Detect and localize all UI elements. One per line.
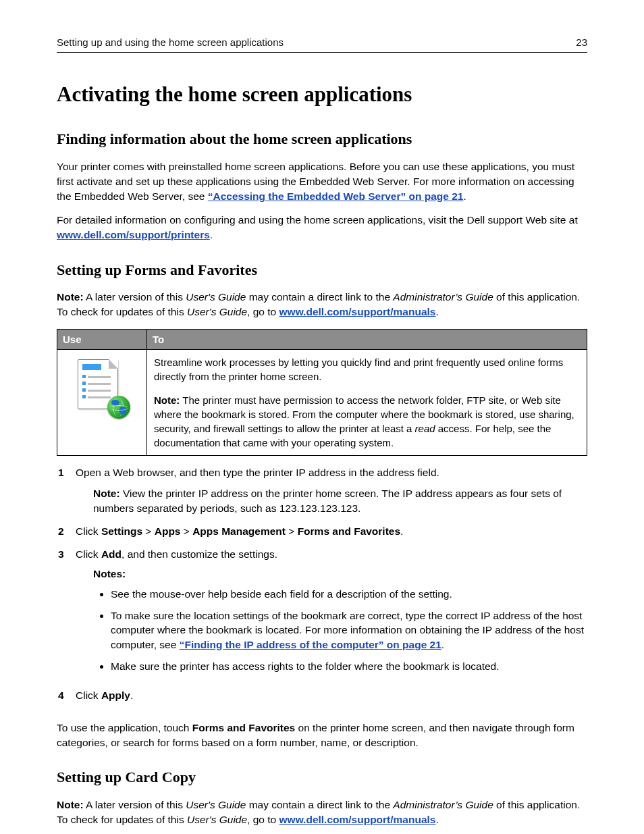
table-row: Streamline work processes by letting you… <box>57 349 587 455</box>
forms-globe-icon <box>78 359 126 415</box>
link-dell-support-manuals[interactable]: www.dell.com/support/manuals <box>279 814 436 825</box>
page-title: Activating the home screen applications <box>57 80 587 109</box>
step-1-note: Note: View the printer IP address on the… <box>93 486 587 515</box>
subheading-card-copy: Setting up Card Copy <box>57 767 587 788</box>
subheading-forms-favorites: Setting up Forms and Favorites <box>57 260 587 281</box>
forms-favorites-icon-cell <box>57 349 147 455</box>
header-rule <box>57 52 587 53</box>
step-3: Click Add, and then customize the settin… <box>57 547 587 689</box>
step-1: Open a Web browser, and then type the pr… <box>57 465 587 524</box>
subheading-finding-info: Finding information about the home scree… <box>57 129 587 150</box>
paragraph: Your printer comes with preinstalled hom… <box>57 159 587 203</box>
step-3-notes-list: See the mouse-over help beside each fiel… <box>111 587 587 673</box>
link-dell-support-printers[interactable]: www.dell.com/support/printers <box>57 229 210 240</box>
link-finding-ip[interactable]: “Finding the IP address of the computer”… <box>180 639 441 650</box>
setup-steps: Open a Web browser, and then type the pr… <box>57 465 587 711</box>
notes-label: Notes: <box>93 567 587 581</box>
page-number: 23 <box>576 35 587 49</box>
document-page: { "header": { "section_title": "Setting … <box>0 0 644 834</box>
step-4: Click Apply. <box>57 688 587 711</box>
running-header: Setting up and using the home screen app… <box>57 35 587 49</box>
paragraph: For detailed information on configuring … <box>57 213 587 242</box>
note-paragraph: Note: A later version of this User's Gui… <box>57 798 587 827</box>
table-header-use: Use <box>57 329 147 349</box>
section-path: Setting up and using the home screen app… <box>57 35 284 49</box>
list-item: To make sure the location settings of th… <box>111 608 587 652</box>
note-paragraph: Note: A later version of this User's Gui… <box>57 290 587 319</box>
paragraph: To use the application, touch Forms and … <box>57 721 587 750</box>
step-2: Click Settings > Apps > Apps Management … <box>57 524 587 547</box>
forms-favorites-description: Streamline work processes by letting you… <box>147 349 587 455</box>
forms-favorites-table: Use To <box>57 329 587 456</box>
list-item: See the mouse-over help beside each fiel… <box>111 587 587 602</box>
link-accessing-ews[interactable]: “Accessing the Embedded Web Server” on p… <box>208 190 464 202</box>
list-item: Make sure the printer has access rights … <box>111 659 587 674</box>
link-dell-support-manuals[interactable]: www.dell.com/support/manuals <box>279 306 436 317</box>
table-header-to: To <box>147 329 587 349</box>
